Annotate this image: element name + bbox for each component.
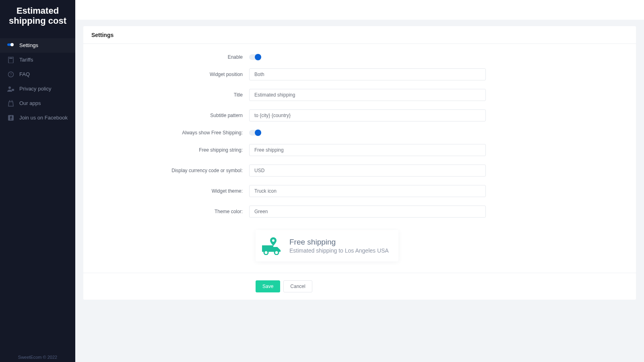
app-title-line2: shipping cost — [4, 16, 71, 26]
svg-point-6 — [8, 86, 11, 89]
app-title-line1: Estimated — [4, 6, 71, 16]
facebook-icon — [7, 114, 14, 121]
free-shipping-string-input[interactable] — [249, 144, 486, 156]
label-theme-color: Theme color: — [91, 209, 249, 214]
sidebar-item-privacy[interactable]: Privacy policy — [0, 82, 75, 96]
settings-card: Settings Enable Widget position — [83, 26, 636, 300]
sidebar-item-tariffs[interactable]: Tariffs — [0, 53, 75, 67]
svg-point-9 — [272, 239, 275, 242]
svg-text:?: ? — [10, 72, 12, 76]
label-enable: Enable — [91, 54, 249, 60]
form-footer: Save Cancel — [83, 273, 636, 300]
sidebar-footer: SweetEcom © 2022 — [0, 351, 75, 362]
row-currency: Display currency code or symbol: — [91, 165, 628, 177]
question-circle-icon: ? — [7, 71, 14, 78]
sidebar-item-label: FAQ — [19, 71, 30, 77]
row-theme-color: Theme color: — [91, 206, 628, 218]
bag-icon — [7, 100, 14, 107]
row-subtitle-pattern: Subtitle pattern — [91, 109, 628, 121]
cancel-button[interactable]: Cancel — [283, 280, 312, 292]
sidebar-nav: Settings Tariffs ? FAQ Privacy policy Ou… — [0, 31, 75, 125]
sidebar-item-label: Tariffs — [19, 57, 33, 63]
widget-preview: Free shipping Estimated shipping to Los … — [256, 230, 398, 261]
slider-icon — [7, 42, 14, 49]
row-widget-theme: Widget theme: — [91, 185, 628, 197]
row-widget-position: Widget position — [91, 68, 628, 80]
widget-theme-select[interactable] — [249, 185, 486, 197]
row-enable: Enable — [91, 54, 628, 60]
sidebar-item-ourapps[interactable]: Our apps — [0, 96, 75, 111]
sidebar-item-facebook[interactable]: Join us on Facebook — [0, 111, 75, 125]
truck-pin-icon — [261, 237, 282, 255]
svg-point-12 — [275, 251, 279, 255]
toggle-knob — [255, 130, 261, 136]
label-widget-theme: Widget theme: — [91, 188, 249, 194]
preview-title: Free shipping — [289, 238, 389, 247]
label-free-shipping-string: Free shipping string: — [91, 147, 249, 153]
topbar — [75, 0, 644, 20]
preview-subtitle: Estimated shipping to Los Angeles USA — [289, 247, 389, 254]
sidebar-item-faq[interactable]: ? FAQ — [0, 67, 75, 82]
label-title: Title — [91, 92, 249, 98]
row-always-free: Always show Free Shipping: — [91, 130, 628, 136]
settings-form: Enable Widget position Title — [83, 44, 636, 273]
row-free-shipping-string: Free shipping string: — [91, 144, 628, 156]
sidebar-item-label: Privacy policy — [19, 86, 51, 92]
sidebar: Estimated shipping cost Settings Tariffs… — [0, 0, 75, 362]
preview-text: Free shipping Estimated shipping to Los … — [289, 238, 389, 254]
sidebar-item-settings[interactable]: Settings — [0, 38, 75, 53]
svg-point-11 — [264, 251, 268, 255]
content: Settings Enable Widget position — [75, 20, 644, 309]
always-free-toggle[interactable] — [249, 130, 261, 136]
svg-rect-7 — [12, 89, 14, 91]
svg-point-1 — [10, 43, 14, 46]
label-currency: Display currency code or symbol: — [91, 168, 249, 173]
currency-select[interactable] — [249, 165, 486, 177]
main: Settings Enable Widget position — [75, 0, 644, 362]
title-input[interactable] — [249, 89, 486, 101]
sidebar-item-label: Settings — [19, 42, 38, 48]
theme-color-select[interactable] — [249, 206, 486, 218]
sidebar-item-label: Join us on Facebook — [19, 115, 68, 121]
subtitle-pattern-input[interactable] — [249, 109, 486, 121]
row-title: Title — [91, 89, 628, 101]
label-always-free: Always show Free Shipping: — [91, 130, 249, 136]
widget-position-select[interactable] — [249, 68, 486, 80]
app-title: Estimated shipping cost — [0, 0, 75, 31]
enable-toggle[interactable] — [249, 54, 261, 60]
toggle-knob — [255, 54, 261, 60]
page-heading: Settings — [83, 26, 636, 44]
sidebar-item-label: Our apps — [19, 100, 41, 106]
save-button[interactable]: Save — [256, 280, 280, 292]
label-widget-position: Widget position — [91, 72, 249, 77]
user-lock-icon — [7, 85, 14, 93]
label-subtitle-pattern: Subtitle pattern — [91, 113, 249, 118]
svg-rect-3 — [9, 58, 12, 59]
calculator-icon — [7, 56, 14, 64]
